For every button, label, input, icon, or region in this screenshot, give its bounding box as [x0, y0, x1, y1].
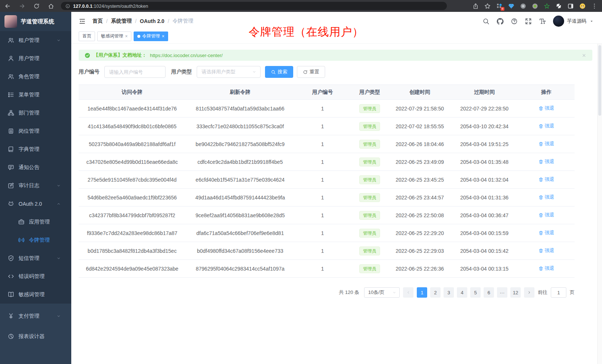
force-logout-button[interactable]: 强退 [539, 176, 554, 183]
sidebar-item-4[interactable]: 菜单管理 [0, 86, 71, 104]
sidebar-item-15[interactable]: 敏感词管理 [0, 285, 71, 304]
force-logout-button[interactable]: 强退 [539, 123, 554, 129]
sidebar-item-8[interactable]: 通知公告 [0, 158, 71, 176]
goto-page-input[interactable] [551, 287, 566, 298]
search-icon[interactable] [482, 18, 490, 25]
share-icon[interactable] [472, 3, 479, 9]
table-row: c347026e805e4d99b0d116eae66eda8ccdfc4ce9… [79, 153, 575, 171]
tag-tab-2[interactable]: 敏感词管理× [97, 32, 131, 41]
user-menu[interactable]: 芋道源码 [553, 16, 594, 27]
browser-menu-icon[interactable] [591, 3, 598, 9]
browser-back-icon[interactable] [4, 3, 11, 9]
sidebar-item-12[interactable]: 令牌管理 [0, 231, 71, 249]
breadcrumb-item-1[interactable]: 首页 [92, 18, 103, 24]
app-logo-row[interactable]: 芋道管理系统 [0, 12, 71, 31]
address-bar[interactable]: 127.0.0.1:1024/system/oauth2/token [61, 2, 447, 10]
sidebar-item-5[interactable]: 部门管理 [0, 104, 71, 122]
browser-home-icon[interactable] [48, 3, 54, 9]
browser-reload-icon[interactable] [33, 3, 40, 9]
force-logout-button[interactable]: 强退 [539, 158, 554, 165]
force-logout-button[interactable]: 强退 [539, 194, 554, 201]
id-badge-icon [8, 128, 14, 134]
page-button-3[interactable]: 3 [444, 287, 454, 298]
content: 【用户体系】文档地址： https://doc.iocoder.cn/user-… [71, 44, 602, 298]
search-button[interactable]: 搜索 [265, 66, 293, 78]
sidebar-item-1[interactable]: 租户管理 [0, 31, 71, 49]
sidebar-item-17[interactable]: 报表设计器 [0, 326, 71, 347]
sidebar-item-16[interactable]: 支付管理 [0, 306, 71, 326]
page-size-select[interactable]: 10条/页 [364, 287, 400, 298]
page-button-6[interactable]: 6 [484, 287, 494, 298]
user-icon [8, 55, 14, 62]
breadcrumb-item-2[interactable]: 系统管理 [111, 18, 132, 24]
extensions-puzzle-icon[interactable] [556, 3, 562, 9]
user-id-input[interactable] [104, 66, 166, 78]
cell-create-time: 2022-06-25 22:29:20 [389, 224, 451, 242]
sidebar-item-14[interactable]: 错误码管理 [0, 267, 71, 285]
cell-user-type: 管理员 [350, 189, 389, 206]
help-icon[interactable] [511, 18, 518, 25]
code-brackets-icon [8, 273, 14, 279]
sidebar-item-label: 通知公告 [19, 164, 39, 171]
next-page-button[interactable] [524, 287, 534, 298]
sidebar-item-2[interactable]: 用户管理 [0, 49, 71, 67]
page-button-5[interactable]: 5 [470, 287, 481, 298]
user-type-badge: 管理员 [359, 193, 380, 202]
page-more-button[interactable]: ··· [497, 287, 507, 298]
force-logout-button[interactable]: 强退 [539, 105, 554, 112]
extension-green-star-icon[interactable] [544, 3, 550, 9]
tag-tab-3[interactable]: 令牌管理× [134, 32, 168, 41]
sidebar-item-13[interactable]: 短信管理 [0, 249, 71, 267]
sidebar-item-10[interactable]: OAuth 2.0 [0, 195, 71, 213]
column-header: 创建时间 [389, 85, 451, 100]
extension-gem-icon[interactable] [508, 3, 514, 9]
scrollbar-thumb[interactable] [598, 45, 601, 116]
force-logout-button[interactable]: 强退 [539, 140, 554, 147]
column-header: 操作 [518, 85, 575, 100]
sidebar-item-label: 报表设计器 [19, 333, 45, 340]
breadcrumb-item-3[interactable]: OAuth 2.0 [140, 18, 164, 24]
sidebar-item-6[interactable]: 岗位管理 [0, 122, 71, 140]
sidebar-item-9[interactable]: 审计日志 [0, 176, 71, 195]
sidebar-item-11[interactable]: 应用管理 [0, 213, 71, 231]
force-logout-button[interactable]: 强退 [539, 229, 554, 236]
page-button-2[interactable]: 2 [430, 287, 441, 298]
sidebar-item-label: 审计日志 [19, 182, 39, 189]
sidebar-item-7[interactable]: 字典管理 [0, 140, 71, 158]
tab-close-icon[interactable]: × [162, 34, 164, 39]
scrollbar[interactable] [597, 44, 602, 364]
tab-close-icon[interactable]: × [125, 34, 128, 39]
sidebar-item-3[interactable]: 角色管理 [0, 67, 71, 86]
alert-close-icon[interactable] [582, 53, 586, 58]
collapse-sidebar-icon[interactable] [79, 18, 86, 25]
main-area: 令牌管理（在线用户） 首页/系统管理/OAuth 2.0/令牌管理 芋道源码 [71, 12, 602, 364]
user-type-select[interactable]: 请选择用户类型 [197, 66, 261, 78]
page-button-1[interactable]: 1 [417, 287, 427, 298]
page-button-4[interactable]: 4 [457, 287, 467, 298]
bookmark-star-icon[interactable] [484, 3, 491, 9]
tag-tab-1[interactable]: 首页 [79, 32, 95, 41]
force-logout-button[interactable]: 强退 [539, 265, 554, 272]
extension-grid-icon[interactable]: 9 [496, 3, 503, 9]
github-icon[interactable] [497, 18, 504, 25]
fullscreen-icon[interactable] [525, 18, 532, 25]
force-logout-button[interactable]: 强退 [539, 247, 554, 254]
doc-link[interactable]: https://doc.iocoder.cn/user-center/ [150, 53, 223, 58]
page-button-12[interactable]: 12 [510, 287, 521, 298]
reset-button[interactable]: 重置 [297, 66, 325, 78]
browser-forward-icon[interactable] [19, 3, 25, 9]
extension-gray-circle-icon[interactable] [520, 3, 526, 9]
cell-user-id: 1 [295, 189, 350, 206]
font-size-icon[interactable] [539, 18, 546, 25]
profile-avatar-icon[interactable] [579, 3, 586, 9]
cell-access-token: 275e5de9151045fe87cbdc395e004f4d [79, 171, 186, 189]
pie-circle-icon [8, 333, 14, 340]
chevron-down-icon [56, 256, 61, 261]
extension-green-circle-icon[interactable] [532, 3, 538, 9]
trash-icon [539, 124, 543, 129]
prev-page-button[interactable] [403, 287, 413, 298]
site-info-icon[interactable] [65, 4, 70, 9]
cell-user-type: 管理员 [350, 260, 389, 278]
force-logout-button[interactable]: 强退 [539, 212, 554, 218]
side-panel-icon[interactable] [567, 3, 574, 9]
